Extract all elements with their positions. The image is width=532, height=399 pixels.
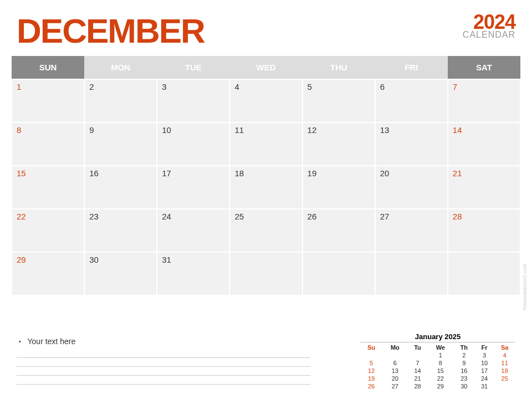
mini-day-cell: 19 <box>360 375 382 382</box>
day-cell[interactable]: 21 <box>448 166 520 209</box>
day-cell[interactable]: 1 <box>12 79 84 122</box>
calendar-grid: SUNMONTUEWEDTHUFRISAT 123456789101112131… <box>11 56 521 296</box>
mini-day-cell: 8 <box>428 359 454 367</box>
mini-weekday-header: We <box>428 344 454 351</box>
mini-day-cell: 15 <box>428 367 454 375</box>
mini-weekday-header: Su <box>360 344 382 351</box>
year-block: 2024 CALENDAR <box>463 13 515 40</box>
mini-empty-cell <box>494 382 515 390</box>
weekday-header: THU <box>303 56 375 79</box>
mini-day-cell: 13 <box>382 367 407 375</box>
mini-day-cell: 27 <box>382 382 407 390</box>
mini-weekday-header: Th <box>453 344 474 351</box>
day-cell[interactable]: 31 <box>157 252 229 295</box>
note-line[interactable] <box>17 349 310 358</box>
notes-placeholder-row[interactable]: • Your text here <box>17 337 310 346</box>
day-cell[interactable]: 15 <box>12 166 84 209</box>
day-cell[interactable]: 11 <box>229 122 302 166</box>
day-cell[interactable]: 2 <box>84 79 157 122</box>
mini-day-cell: 22 <box>428 375 454 382</box>
weekday-header: FRI <box>375 56 448 79</box>
day-cell[interactable]: 8 <box>12 122 84 166</box>
day-cell[interactable]: 24 <box>157 209 229 252</box>
day-cell[interactable]: 19 <box>303 166 375 209</box>
day-cell[interactable]: 10 <box>157 122 229 166</box>
note-line[interactable] <box>17 376 310 385</box>
mini-day-cell: 12 <box>360 367 382 375</box>
mini-day-cell: 10 <box>475 359 494 367</box>
mini-day-cell: 25 <box>494 375 515 382</box>
mini-day-cell: 16 <box>453 367 474 375</box>
mini-day-cell: 18 <box>494 367 515 375</box>
day-cell[interactable]: 9 <box>84 122 157 166</box>
weekday-header: TUE <box>157 56 229 79</box>
day-cell[interactable]: 14 <box>448 122 520 166</box>
notes-area: • Your text here <box>17 337 310 385</box>
day-cell[interactable]: 29 <box>12 252 84 295</box>
mini-day-cell: 31 <box>475 382 494 390</box>
empty-cell <box>303 252 375 295</box>
mini-day-cell: 3 <box>475 351 494 359</box>
note-line[interactable] <box>17 367 310 376</box>
mini-day-cell: 20 <box>382 375 407 382</box>
notes-placeholder: Your text here <box>28 337 76 346</box>
mini-weekday-header: Sa <box>494 344 515 351</box>
mini-day-cell: 6 <box>382 359 407 367</box>
day-cell[interactable]: 12 <box>303 122 375 166</box>
day-cell[interactable]: 22 <box>12 209 84 252</box>
bullet-icon: • <box>19 339 21 345</box>
weekday-header: SAT <box>448 56 520 79</box>
mini-weekday-header: Fr <box>475 344 494 351</box>
day-cell[interactable]: 23 <box>84 209 157 252</box>
mini-weekday-header: Mo <box>382 344 407 351</box>
day-cell[interactable]: 28 <box>448 209 520 252</box>
mini-empty-cell <box>360 351 382 359</box>
note-line[interactable] <box>17 358 310 367</box>
weekday-header: SUN <box>12 56 84 79</box>
mini-calendar-grid: SuMoTuWeThFrSa 1234567891011121314151617… <box>360 344 515 390</box>
day-cell[interactable]: 25 <box>229 209 302 252</box>
day-cell[interactable]: 6 <box>375 79 448 122</box>
year-number: 2024 <box>463 13 515 31</box>
mini-day-cell: 7 <box>408 359 428 367</box>
day-cell[interactable]: 13 <box>375 122 448 166</box>
day-cell[interactable]: 20 <box>375 166 448 209</box>
day-cell[interactable]: 30 <box>84 252 157 295</box>
mini-day-cell: 23 <box>453 375 474 382</box>
mini-day-cell: 9 <box>453 359 474 367</box>
watermark: PresentationGO.com <box>522 264 528 310</box>
day-cell[interactable]: 18 <box>229 166 302 209</box>
day-cell[interactable]: 26 <box>303 209 375 252</box>
mini-day-cell: 5 <box>360 359 382 367</box>
mini-day-cell: 24 <box>475 375 494 382</box>
header: DECEMBER 2024 CALENDAR <box>0 0 532 56</box>
day-cell[interactable]: 3 <box>157 79 229 122</box>
calendar-label: CALENDAR <box>463 30 515 40</box>
mini-day-cell: 2 <box>453 351 474 359</box>
mini-weekday-header: Tu <box>408 344 428 351</box>
empty-cell <box>229 252 302 295</box>
day-cell[interactable]: 5 <box>303 79 375 122</box>
mini-day-cell: 28 <box>408 382 428 390</box>
day-cell[interactable]: 16 <box>84 166 157 209</box>
month-title: DECEMBER <box>17 11 204 50</box>
mini-calendar: January 2025 SuMoTuWeThFrSa 123456789101… <box>360 332 515 390</box>
mini-day-cell: 17 <box>475 367 494 375</box>
day-cell[interactable]: 17 <box>157 166 229 209</box>
mini-empty-cell <box>408 351 428 359</box>
mini-day-cell: 14 <box>408 367 428 375</box>
empty-cell <box>375 252 448 295</box>
mini-calendar-title: January 2025 <box>360 332 515 342</box>
mini-day-cell: 30 <box>453 382 474 390</box>
weekday-header: WED <box>229 56 302 79</box>
day-cell[interactable]: 7 <box>448 79 520 122</box>
mini-day-cell: 1 <box>428 351 454 359</box>
day-cell[interactable]: 27 <box>375 209 448 252</box>
mini-day-cell: 21 <box>408 375 428 382</box>
day-cell[interactable]: 4 <box>229 79 302 122</box>
weekday-header: MON <box>84 56 157 79</box>
mini-day-cell: 11 <box>494 359 515 367</box>
mini-day-cell: 26 <box>360 382 382 390</box>
mini-empty-cell <box>382 351 407 359</box>
mini-day-cell: 29 <box>428 382 454 390</box>
